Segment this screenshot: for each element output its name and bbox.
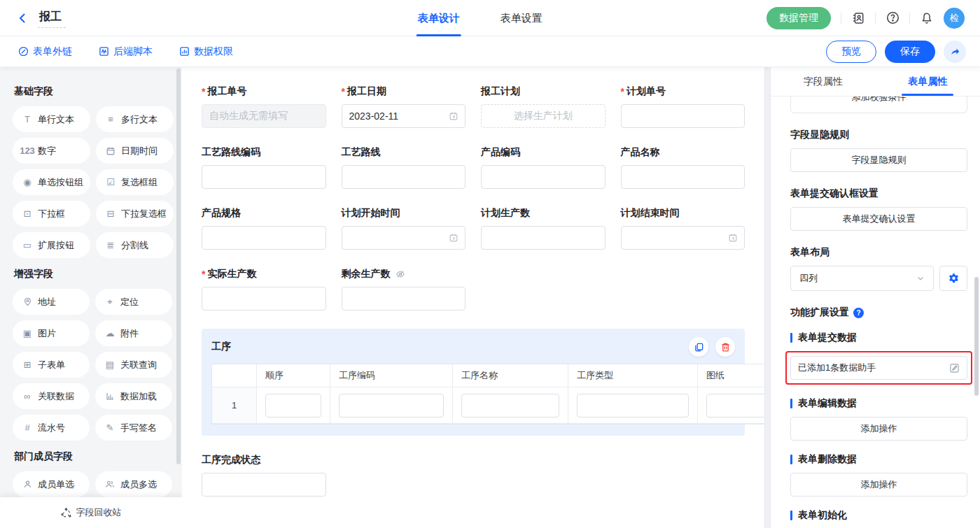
tab-field-properties[interactable]: 字段属性 [771,67,876,96]
tab-form-design[interactable]: 表单设计 [418,0,460,36]
delete-subform-button[interactable] [715,337,735,357]
plan-number-input[interactable] [621,104,746,128]
field-plan-start-time[interactable]: 计划开始时间 [342,207,466,250]
plan-end-time-input[interactable] [621,226,746,250]
product-name-input[interactable] [621,165,746,189]
cell [568,387,698,424]
extension-help-icon[interactable]: ? [853,308,864,318]
product-code-input[interactable] [481,165,606,189]
field-route-code[interactable]: 工艺路线编码 [202,146,326,189]
layout-settings-button[interactable] [939,266,967,291]
field-pill-member-single[interactable]: 成员单选 [13,471,90,497]
radio-icon: ◉ [22,177,33,187]
edit-icon[interactable] [949,363,960,373]
process-status-input[interactable] [202,473,326,497]
form-toolbar: 表单外链 后端脚本 数据权限 预览 保存 [0,36,980,67]
field-pill-linked-data[interactable]: ∞关联数据 [13,383,90,409]
field-remaining-quantity[interactable]: 剩余生产数 [342,268,466,311]
share-button[interactable] [944,41,966,63]
assistant-summary: 已添加1条数据助手 [798,362,876,374]
form-title[interactable]: 报工 [38,8,66,28]
plan-start-time-input[interactable] [342,226,466,250]
data-permission-label: 数据权限 [194,45,233,58]
field-pill-data-load[interactable]: 数据加载 [95,383,172,409]
actual-quantity-input[interactable] [202,287,326,311]
field-pill-number[interactable]: 123数字 [13,138,90,164]
add-validation-condition-button[interactable]: 添加校验条件 [790,97,967,113]
field-pill-subform[interactable]: ⊞子表单 [13,352,90,378]
report-date-input[interactable]: 2023-02-11 [342,104,466,128]
field-pill-linked-query[interactable]: ▤关联查询 [95,352,172,378]
field-product-spec[interactable]: 产品规格 [202,207,326,250]
field-pill-member-multi[interactable]: 成员多选 [95,471,172,497]
help-icon[interactable] [886,11,899,25]
edit-data-add-button[interactable]: 添加操作 [790,417,967,441]
external-link-label: 表单外链 [33,45,72,58]
data-manage-button[interactable]: 数据管理 [766,7,831,29]
route-code-input[interactable] [202,165,326,189]
process-code-cell-input[interactable] [339,394,444,418]
field-pill-signature[interactable]: ✎手写签名 [95,415,172,441]
delete-data-add-button[interactable]: 添加操作 [790,473,967,497]
field-pill-attachment[interactable]: ☁附件 [95,320,172,346]
route-input[interactable] [342,165,466,189]
field-product-name[interactable]: 产品名称 [621,146,746,189]
data-permission-button[interactable]: 数据权限 [179,45,233,58]
product-spec-input[interactable] [202,226,326,250]
field-pill-single-line-text[interactable]: T单行文本 [13,106,90,132]
field-visibility-rules-button[interactable]: 字段显隐规则 [790,148,967,172]
submit-confirm-button[interactable]: 表单提交确认设置 [790,207,967,231]
field-pill-radio-group[interactable]: ◉单选按钮组 [13,169,90,195]
field-report-number[interactable]: *报工单号 自动生成无需填写 [202,85,326,128]
tab-form-properties[interactable]: 表单属性 [876,67,980,96]
field-pill-dropdown-multi[interactable]: ⊟下拉复选框 [96,201,174,227]
field-pill-extend-button[interactable]: ▭扩展按钮 [13,232,90,258]
field-pill-address[interactable]: 地址 [13,289,90,315]
preview-button[interactable]: 预览 [826,41,876,63]
field-visibility-rules-title: 字段显隐规则 [790,129,967,141]
sidebar-scrollbar[interactable] [176,69,181,464]
field-plan-end-time[interactable]: 计划结束时间 [621,207,746,250]
process-name-cell-input[interactable] [461,394,559,418]
plan-quantity-input[interactable] [481,226,606,250]
field-pill-image[interactable]: ▣图片 [13,320,90,346]
field-actual-quantity[interactable]: *实际生产数 [202,268,326,311]
drawing-cell-input[interactable] [706,394,765,418]
field-product-code[interactable]: 产品编码 [481,146,606,189]
copy-subform-button[interactable] [689,337,708,357]
contacts-icon[interactable] [851,11,865,25]
field-plan-quantity[interactable]: 计划生产数 [481,207,606,250]
field-pill-serial-number[interactable]: #流水号 [13,415,90,441]
report-plan-picker[interactable]: 选择生产计划 [481,104,606,128]
report-number-input[interactable]: 自动生成无需填写 [202,104,326,128]
layout-select[interactable]: 四列 [790,266,934,291]
subform-data-row: 1 [212,387,765,424]
field-pill-dropdown[interactable]: ⊡下拉框 [13,201,90,227]
submit-data-assistant-row[interactable]: 已添加1条数据助手 [790,356,967,380]
field-pill-datetime[interactable]: 日期时间 [96,138,174,164]
backend-script-button[interactable]: 后端脚本 [99,45,153,58]
field-pill-locate[interactable]: ⌖定位 [95,289,172,315]
panel-scrollbar[interactable] [974,277,979,396]
order-cell-input[interactable] [265,394,321,418]
field-route[interactable]: 工艺路线 [342,146,466,189]
remaining-quantity-input[interactable] [342,287,466,311]
back-icon[interactable] [15,11,29,25]
subform-process[interactable]: 工序 顺序 [202,329,745,436]
save-button[interactable]: 保存 [885,41,935,63]
field-process-status[interactable]: 工序完成状态 [202,454,326,497]
field-label: 工序完成状态 [202,454,260,466]
field-recycle-bin[interactable]: 字段回收站 [0,497,182,528]
tab-form-settings[interactable]: 表单设置 [500,0,542,36]
notification-bell-icon[interactable] [920,11,934,25]
field-pill-divider[interactable]: ≣分割线 [96,232,174,258]
external-link-button[interactable]: 表单外链 [18,45,72,58]
process-type-cell-input[interactable] [577,394,689,418]
field-plan-number[interactable]: *计划单号 [621,85,746,128]
field-pill-checkbox-group[interactable]: ☑复选框组 [96,169,174,195]
user-avatar[interactable]: 检 [944,8,965,29]
column-header: 工序编码 [330,364,453,387]
field-pill-multi-line-text[interactable]: ≡多行文本 [96,106,174,132]
field-report-date[interactable]: *报工日期 2023-02-11 [342,85,466,128]
field-report-plan[interactable]: 报工计划 选择生产计划 [481,85,606,128]
